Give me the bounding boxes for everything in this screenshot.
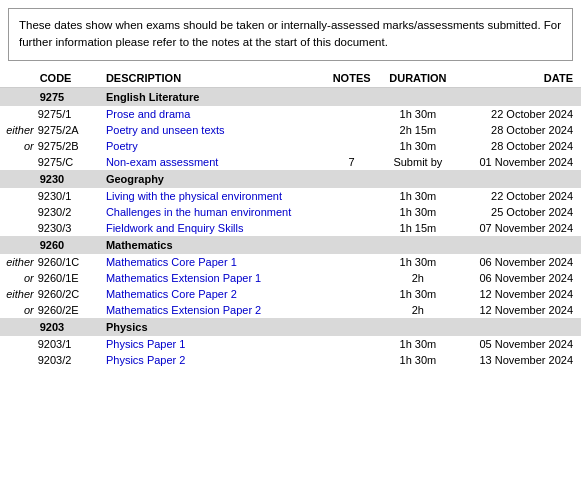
subject-row: 9275 English Literature <box>0 87 581 106</box>
either-or-cell <box>0 220 36 236</box>
code-cell: 9230/1 <box>36 188 102 204</box>
date-cell: 28 October 2024 <box>459 122 581 138</box>
description-link[interactable]: Mathematics Core Paper 1 <box>106 256 237 268</box>
notice-box: These dates show when exams should be ta… <box>8 8 573 61</box>
description-link[interactable]: Mathematics Core Paper 2 <box>106 288 237 300</box>
notes-cell <box>326 352 377 368</box>
subject-id: 9203 <box>36 318 102 336</box>
duration-cell: 1h 30m <box>377 336 459 352</box>
description-link[interactable]: Fieldwork and Enquiry Skills <box>106 222 244 234</box>
duration-cell: 2h 15m <box>377 122 459 138</box>
table-row: 9203/2 Physics Paper 2 1h 30m 13 Novembe… <box>0 352 581 368</box>
description-text: Poetry and unseen texts <box>106 124 225 136</box>
desc-cell: Mathematics Extension Paper 1 <box>102 270 326 286</box>
desc-cell: Fieldwork and Enquiry Skills <box>102 220 326 236</box>
subject-row: 9203 Physics <box>0 318 581 336</box>
duration-cell: 1h 30m <box>377 352 459 368</box>
either-or-cell <box>0 106 36 122</box>
code-cell: 9275/C <box>36 154 102 170</box>
header-description: DESCRIPTION <box>102 69 326 88</box>
table-row: 9275/1 Prose and drama 1h 30m 22 October… <box>0 106 581 122</box>
desc-cell: Mathematics Extension Paper 2 <box>102 302 326 318</box>
notes-cell <box>326 138 377 154</box>
duration-cell: 1h 30m <box>377 188 459 204</box>
subject-id: 9230 <box>36 170 102 188</box>
desc-cell: Non-exam assessment <box>102 154 326 170</box>
table-row: 9230/3 Fieldwork and Enquiry Skills 1h 1… <box>0 220 581 236</box>
either-or-cell <box>0 154 36 170</box>
desc-cell: Physics Paper 1 <box>102 336 326 352</box>
subject-id: 9260 <box>36 236 102 254</box>
description-link[interactable]: Mathematics Extension Paper 2 <box>106 304 261 316</box>
duration-cell: 1h 30m <box>377 138 459 154</box>
either-or-cell: either <box>0 122 36 138</box>
duration-cell: 1h 30m <box>377 286 459 302</box>
header-date: DATE <box>459 69 581 88</box>
subject-spacer <box>0 318 36 336</box>
date-cell: 07 November 2024 <box>459 220 581 236</box>
desc-cell: Poetry <box>102 138 326 154</box>
notice-text: These dates show when exams should be ta… <box>19 19 561 48</box>
code-cell: 9230/2 <box>36 204 102 220</box>
table-row: 9275/C Non-exam assessment 7 Submit by 0… <box>0 154 581 170</box>
notes-cell <box>326 204 377 220</box>
description-link[interactable]: Mathematics Extension Paper 1 <box>106 272 261 284</box>
duration-cell: 1h 15m <box>377 220 459 236</box>
duration-cell: 2h <box>377 270 459 286</box>
subject-row: 9230 Geography <box>0 170 581 188</box>
date-cell: 22 October 2024 <box>459 106 581 122</box>
header-code: CODE <box>36 69 102 88</box>
code-cell: 9260/1C <box>36 254 102 270</box>
table-row: either 9260/1C Mathematics Core Paper 1 … <box>0 254 581 270</box>
either-or-cell <box>0 336 36 352</box>
either-or-cell: either <box>0 254 36 270</box>
desc-cell: Mathematics Core Paper 2 <box>102 286 326 302</box>
code-cell: 9260/1E <box>36 270 102 286</box>
duration-cell: 2h <box>377 302 459 318</box>
date-cell: 22 October 2024 <box>459 188 581 204</box>
table-row: or 9260/1E Mathematics Extension Paper 1… <box>0 270 581 286</box>
description-text: Prose and drama <box>106 108 190 120</box>
either-or-cell: or <box>0 138 36 154</box>
description-text: Non-exam assessment <box>106 156 219 168</box>
date-cell: 12 November 2024 <box>459 286 581 302</box>
subject-row: 9260 Mathematics <box>0 236 581 254</box>
date-cell: 05 November 2024 <box>459 336 581 352</box>
either-or-cell <box>0 352 36 368</box>
duration-cell: 1h 30m <box>377 204 459 220</box>
table-row: either 9275/2A Poetry and unseen texts 2… <box>0 122 581 138</box>
desc-cell: Mathematics Core Paper 1 <box>102 254 326 270</box>
desc-cell: Prose and drama <box>102 106 326 122</box>
desc-cell: Physics Paper 2 <box>102 352 326 368</box>
subject-name: Geography <box>102 170 581 188</box>
desc-cell: Poetry and unseen texts <box>102 122 326 138</box>
date-cell: 25 October 2024 <box>459 204 581 220</box>
table-header: CODE DESCRIPTION NOTES DURATION DATE <box>0 69 581 88</box>
exam-table: CODE DESCRIPTION NOTES DURATION DATE 927… <box>0 69 581 368</box>
description-link[interactable]: Challenges in the human environment <box>106 206 291 218</box>
header-notes: NOTES <box>326 69 377 88</box>
header-duration: DURATION <box>377 69 459 88</box>
table-row: or 9275/2B Poetry 1h 30m 28 October 2024 <box>0 138 581 154</box>
notes-cell <box>326 286 377 302</box>
subject-spacer <box>0 170 36 188</box>
date-cell: 06 November 2024 <box>459 270 581 286</box>
description-text: Physics Paper 1 <box>106 338 185 350</box>
duration-cell: 1h 30m <box>377 254 459 270</box>
subject-name: Physics <box>102 318 581 336</box>
code-cell: 9230/3 <box>36 220 102 236</box>
notes-cell <box>326 336 377 352</box>
notes-cell <box>326 270 377 286</box>
either-or-cell <box>0 204 36 220</box>
table-row: or 9260/2E Mathematics Extension Paper 2… <box>0 302 581 318</box>
code-cell: 9275/2B <box>36 138 102 154</box>
table-row: 9230/2 Challenges in the human environme… <box>0 204 581 220</box>
notes-cell <box>326 188 377 204</box>
notes-cell <box>326 302 377 318</box>
code-cell: 9203/1 <box>36 336 102 352</box>
code-cell: 9260/2E <box>36 302 102 318</box>
description-link[interactable]: Living with the physical environment <box>106 190 282 202</box>
duration-cell: Submit by <box>377 154 459 170</box>
date-cell: 28 October 2024 <box>459 138 581 154</box>
date-cell: 13 November 2024 <box>459 352 581 368</box>
